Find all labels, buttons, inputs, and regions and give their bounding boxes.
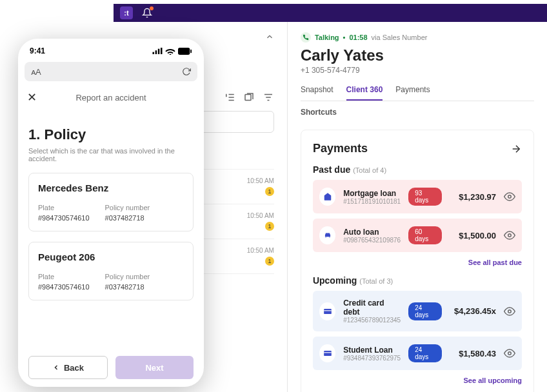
status-bar: 9:41 bbox=[18, 39, 204, 59]
days-badge: 60 days bbox=[408, 226, 442, 244]
payment-row[interactable]: Credit card debt #123456789012345 24 day… bbox=[313, 291, 522, 331]
conversation-time: 10:50 AM bbox=[247, 247, 274, 254]
payment-row[interactable]: Student Loan #934847393762975 24 days $1… bbox=[313, 337, 522, 370]
cards-icon[interactable] bbox=[243, 92, 255, 103]
svg-rect-18 bbox=[153, 52, 155, 54]
plate-value: #984730574610 bbox=[38, 283, 90, 291]
policy-value: #037482718 bbox=[105, 283, 150, 291]
unread-badge: 1 bbox=[265, 222, 274, 231]
screen-header: ✕ Report an accident bbox=[18, 84, 204, 111]
see-all-past-link[interactable]: See all past due bbox=[313, 259, 522, 266]
unread-badge: 1 bbox=[265, 187, 274, 196]
days-badge: 24 days bbox=[408, 344, 442, 362]
payment-row[interactable]: Mortgage loan #151718191010181 93 days $… bbox=[313, 180, 522, 213]
phone-icon bbox=[301, 32, 311, 43]
svg-rect-19 bbox=[155, 50, 157, 54]
conversation-time: 10:50 AM bbox=[247, 212, 274, 219]
phone-mockup: 9:41 ᴀA ✕ Report an accident 1. Policy S… bbox=[18, 39, 204, 387]
arrow-right-icon[interactable] bbox=[510, 143, 522, 155]
view-button[interactable] bbox=[504, 348, 515, 359]
svg-point-17 bbox=[508, 352, 512, 355]
client-name: Carly Yates bbox=[301, 46, 534, 64]
topbar: :t bbox=[114, 4, 547, 22]
view-button[interactable] bbox=[504, 306, 515, 317]
svg-point-11 bbox=[508, 234, 512, 237]
wifi-icon bbox=[165, 48, 175, 55]
notification-dot bbox=[150, 6, 154, 10]
policy-label: Policy number bbox=[105, 204, 150, 211]
payment-number: #151718191010181 bbox=[343, 198, 401, 205]
payments-card: Payments Past due (Total of 4) Mortgage … bbox=[301, 130, 534, 392]
payment-name: Mortgage loan bbox=[343, 189, 401, 198]
payment-number: #123456789012345 bbox=[343, 317, 401, 324]
conversation-time: 10:50 AM bbox=[247, 177, 274, 184]
payment-amount: $1,500.00 bbox=[450, 231, 496, 240]
svg-point-9 bbox=[325, 237, 326, 237]
chevron-up-icon[interactable] bbox=[265, 32, 274, 41]
svg-rect-21 bbox=[161, 48, 163, 54]
payment-number: #934847393762975 bbox=[343, 355, 401, 362]
tab-payments[interactable]: Payments bbox=[395, 85, 430, 101]
back-button[interactable]: Back bbox=[28, 356, 108, 379]
see-all-upcoming-link[interactable]: See all upcoming bbox=[313, 377, 522, 384]
plate-label: Plate bbox=[38, 273, 90, 280]
client-tabs: Snapshot Client 360 Payments bbox=[301, 85, 534, 101]
svg-point-10 bbox=[329, 237, 330, 237]
svg-rect-22 bbox=[178, 48, 190, 55]
app-logo[interactable]: :t bbox=[120, 6, 133, 19]
svg-rect-20 bbox=[158, 49, 160, 54]
payment-number: #098765432109876 bbox=[343, 237, 401, 244]
call-duration: 01:58 bbox=[349, 34, 367, 41]
tab-client360[interactable]: Client 360 bbox=[346, 85, 383, 101]
view-button[interactable] bbox=[504, 230, 515, 241]
plate-value: #984730574610 bbox=[38, 214, 90, 222]
logo-text: :t bbox=[124, 9, 128, 17]
view-button[interactable] bbox=[504, 191, 515, 202]
payment-row[interactable]: Auto loan #098765432109876 60 days $1,50… bbox=[313, 219, 522, 252]
car-name: Mercedes Benz bbox=[38, 182, 184, 193]
text-size-icon[interactable]: ᴀA bbox=[31, 67, 41, 77]
svg-rect-12 bbox=[324, 308, 332, 313]
card-icon bbox=[319, 344, 335, 362]
payment-amount: $1,230.97 bbox=[450, 192, 496, 202]
car-name: Peugeot 206 bbox=[38, 251, 184, 262]
notifications-button[interactable] bbox=[142, 8, 152, 18]
step-description: Select which is the car that was involve… bbox=[28, 147, 194, 162]
address-bar[interactable]: ᴀA bbox=[25, 62, 197, 81]
client-phone: +1 305-574-4779 bbox=[301, 66, 534, 75]
next-button[interactable]: Next bbox=[115, 356, 194, 379]
close-icon[interactable]: ✕ bbox=[27, 90, 37, 104]
screen-title: Report an accident bbox=[75, 93, 146, 103]
car-option[interactable]: Peugeot 206 Plate #984730574610 Policy n… bbox=[28, 242, 194, 300]
policy-value: #037482718 bbox=[105, 214, 150, 222]
car-icon bbox=[319, 226, 335, 244]
refresh-icon[interactable] bbox=[182, 67, 191, 76]
payment-name: Credit card debt bbox=[343, 299, 401, 317]
chevron-left-icon bbox=[52, 364, 60, 371]
signal-icon bbox=[152, 48, 163, 54]
tab-snapshot[interactable]: Snapshot bbox=[301, 85, 333, 101]
car-option[interactable]: Mercedes Benz Plate #984730574610 Policy… bbox=[28, 173, 194, 231]
payment-amount: $4,236.45x bbox=[450, 306, 496, 316]
call-label: Talking bbox=[315, 34, 339, 41]
payments-title: Payments bbox=[313, 142, 368, 155]
filter-icon[interactable] bbox=[263, 92, 274, 103]
payment-name: Student Loan bbox=[343, 346, 401, 355]
upcoming-label: Upcoming (Total of 3) bbox=[313, 275, 522, 286]
days-badge: 93 days bbox=[408, 188, 442, 206]
svg-rect-23 bbox=[190, 49, 192, 53]
home-icon bbox=[319, 188, 335, 206]
call-via: via Sales Number bbox=[372, 34, 428, 41]
phone-footer: Back Next bbox=[28, 356, 194, 379]
shortcuts-label: Shortcuts bbox=[301, 101, 534, 123]
client-panel: Talking • 01:58 via Sales Number Carly Y… bbox=[288, 22, 547, 392]
call-status: Talking • 01:58 via Sales Number bbox=[301, 32, 534, 43]
policy-label: Policy number bbox=[105, 273, 150, 280]
svg-rect-3 bbox=[245, 95, 251, 101]
days-badge: 24 days bbox=[408, 302, 442, 320]
past-due-label: Past due (Total of 4) bbox=[313, 164, 522, 175]
payment-name: Auto loan bbox=[343, 228, 401, 237]
battery-icon bbox=[178, 48, 192, 55]
list-numbered-icon[interactable] bbox=[224, 92, 235, 103]
step-title: 1. Policy bbox=[28, 126, 194, 143]
